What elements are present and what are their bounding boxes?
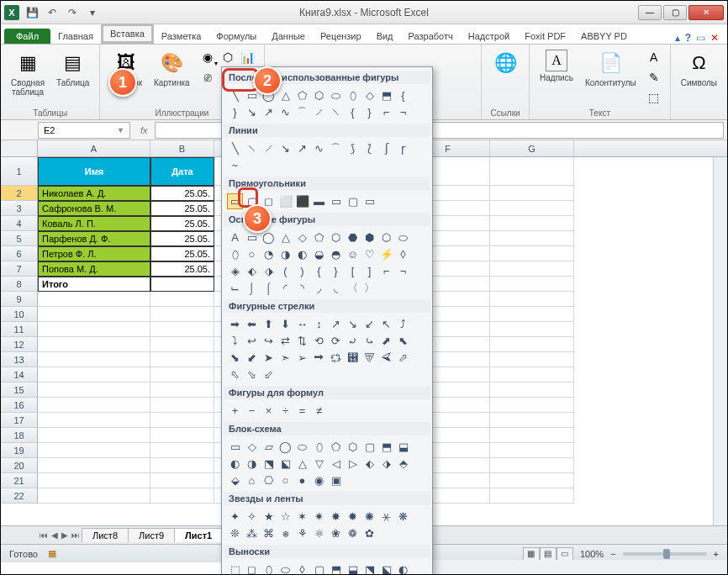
shape-item[interactable]: ↘ [244, 104, 260, 120]
shape-item[interactable]: ⬃ [261, 367, 277, 382]
shape-item[interactable]: ↩ [244, 333, 260, 349]
tab-addins[interactable]: Надстрой [461, 28, 517, 44]
cell-name[interactable]: Сафронова В. М. [38, 201, 150, 216]
shape-item[interactable]: ◯ [277, 439, 293, 455]
shape-item[interactable]: ◁ [328, 456, 344, 472]
shape-item[interactable]: ◊ [395, 246, 411, 262]
row-header[interactable]: 5 [1, 231, 38, 246]
view-normal[interactable]: ▦ [523, 547, 540, 561]
row-header[interactable]: 2 [1, 186, 38, 201]
shape-item[interactable]: ❁ [345, 525, 361, 541]
row-header[interactable]: 11 [1, 322, 38, 337]
shape-item[interactable]: ➣ [277, 350, 293, 366]
row-header[interactable]: 8 [1, 277, 38, 292]
shape-item[interactable]: ▬ [311, 193, 327, 209]
shape-item[interactable]: ↘ [345, 316, 361, 332]
shape-item[interactable]: ◇ [244, 439, 260, 455]
shape-item[interactable]: ⬖ [361, 456, 377, 472]
shape-item[interactable]: ⬡ [328, 229, 344, 245]
shape-item[interactable]: ★ [261, 509, 277, 525]
row-header[interactable]: 17 [1, 413, 38, 428]
screenshot-button[interactable]: ⎚ [198, 68, 217, 87]
textbox-button[interactable]: A Надпись [536, 48, 577, 84]
shape-item[interactable]: ⎔ [261, 472, 277, 488]
header-cell-name[interactable]: Имя [38, 157, 150, 186]
shape-item[interactable]: ↘ [277, 140, 293, 156]
row-header[interactable]: 21 [1, 473, 38, 488]
row-header[interactable]: 20 [1, 458, 38, 473]
window-options-icon[interactable]: ▭ [696, 32, 705, 44]
shape-item[interactable]: ⬯ [261, 562, 277, 575]
shape-item[interactable]: } [227, 104, 243, 120]
shape-item[interactable]: ⌐ [378, 263, 394, 279]
shape-item[interactable]: ⬇ [277, 316, 293, 332]
shape-item[interactable]: ⌠ [261, 280, 277, 296]
shape-item[interactable]: ʃ [378, 140, 394, 156]
view-layout[interactable]: ▤ [540, 547, 557, 561]
shape-item[interactable]: ◜ [277, 280, 293, 296]
sheet-tab[interactable]: Лист1 [174, 528, 223, 542]
header-cell-date[interactable]: Дата [150, 157, 214, 186]
shape-item[interactable]: ⌘ [261, 525, 277, 541]
shape-item[interactable]: ⬖ [244, 263, 260, 279]
shape-item[interactable]: { [311, 263, 327, 279]
shape-item[interactable]: ⬅ [244, 316, 260, 332]
shape-item[interactable]: ◞ [311, 280, 327, 296]
shape-item[interactable]: ✹ [345, 509, 361, 525]
tab-view[interactable]: Вид [369, 28, 401, 44]
row-header[interactable]: 6 [1, 246, 38, 261]
shape-item[interactable]: △ [277, 87, 293, 103]
shape-item[interactable]: ☺ [345, 246, 361, 262]
shape-item[interactable]: ⬆ [261, 316, 277, 332]
shape-item[interactable]: ⬜ [277, 193, 293, 209]
zoom-in[interactable]: + [714, 549, 719, 559]
shape-item[interactable]: ◇ [294, 229, 310, 245]
shape-item[interactable]: ▭ [227, 193, 243, 209]
shape-item[interactable]: ɼ [395, 140, 411, 156]
shape-item[interactable]: ◉ [311, 472, 327, 488]
row-header[interactable]: 10 [1, 307, 38, 322]
zoom-slider[interactable] [623, 552, 707, 556]
shape-item[interactable]: △ [294, 456, 310, 472]
shape-item[interactable]: ╲ [227, 140, 243, 156]
wordart-button[interactable]: A [645, 48, 663, 66]
shape-item[interactable]: ▱ [261, 439, 277, 455]
shape-item[interactable]: ♡ [361, 246, 377, 262]
shape-item[interactable]: ⤾ [345, 333, 361, 349]
minimize-ribbon-icon[interactable]: ▴ [675, 32, 680, 44]
sheet-nav-next[interactable]: ▶ [60, 530, 70, 540]
shape-item[interactable]: ÷ [277, 403, 293, 419]
shape-item[interactable]: ▢ [345, 193, 361, 209]
tab-abbyy[interactable]: ABBYY PD [573, 28, 635, 44]
shape-item[interactable]: ⤴ [395, 316, 411, 332]
shape-item[interactable]: ⬭ [294, 439, 310, 455]
shape-item[interactable]: ○ [244, 246, 260, 262]
shape-item[interactable]: ⬢ [361, 229, 377, 245]
shape-item[interactable]: ⟆ [345, 140, 361, 156]
help-icon[interactable]: ? [685, 32, 691, 44]
shape-item[interactable]: } [361, 104, 377, 120]
undo-icon[interactable]: ↶ [43, 3, 61, 22]
name-box[interactable]: E2▼ [38, 122, 130, 139]
shape-item[interactable]: ⬠ [294, 87, 310, 103]
shape-item[interactable]: ⚡ [378, 246, 394, 262]
shape-item[interactable]: ◇ [361, 87, 377, 103]
cell-date[interactable]: 25.05. [150, 201, 214, 216]
cell-date[interactable]: 25.05. [150, 246, 214, 261]
tab-foxit[interactable]: Foxit PDF [517, 28, 573, 44]
shape-item[interactable]: ⇄ [277, 333, 293, 349]
select-all-corner[interactable] [1, 140, 38, 156]
shape-item[interactable]: − [244, 403, 260, 419]
shape-item[interactable]: ↔ [294, 316, 310, 332]
shape-item[interactable]: ⬭ [277, 562, 293, 575]
tab-formulas[interactable]: Формулы [208, 28, 264, 44]
shape-item[interactable]: ⬭ [395, 229, 411, 245]
shape-item[interactable]: ∿ [311, 140, 327, 156]
shape-item[interactable]: ➤ [261, 350, 277, 366]
cell-total-label[interactable]: Итого [38, 277, 150, 292]
shape-item[interactable]: ⬯ [311, 439, 327, 455]
pivot-table-button[interactable]: ▦ Сводная таблица [8, 48, 48, 98]
shape-item[interactable]: ✺ [361, 509, 377, 525]
shape-item[interactable]: ⌡ [244, 280, 260, 296]
shape-item[interactable]: ⌒ [328, 140, 344, 156]
